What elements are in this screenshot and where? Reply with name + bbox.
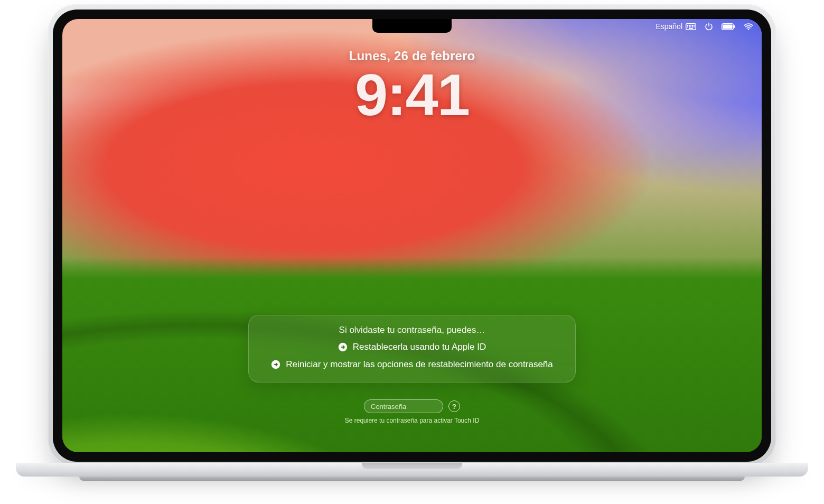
reset-with-apple-id-label: Restablecerla usando tu Apple ID — [353, 342, 486, 352]
svg-rect-3 — [690, 25, 691, 26]
password-input[interactable] — [364, 399, 443, 413]
svg-rect-7 — [689, 26, 690, 27]
laptop-deck — [16, 463, 808, 477]
svg-rect-2 — [689, 25, 690, 26]
power-menu[interactable] — [705, 22, 713, 31]
macbook-mockup: Español — [0, 0, 824, 504]
restart-show-reset-options-button[interactable]: Reiniciar y mostrar las opciones de rest… — [271, 359, 553, 370]
arrow-right-circle-icon — [338, 342, 348, 352]
battery-menu[interactable] — [722, 23, 735, 30]
input-source-label: Español — [656, 23, 682, 30]
password-row: ? — [364, 399, 460, 413]
lock-date: Lunes, 26 de febrero — [62, 49, 762, 63]
arrow-right-circle-icon — [271, 360, 280, 369]
laptop-lid: Español — [48, 4, 776, 467]
forgot-password-panel: Si olvidaste tu contraseña, puedes… Rest… — [248, 315, 576, 382]
laptop-base — [16, 463, 808, 484]
laptop-foot — [79, 477, 745, 481]
menu-bar-status: Español — [656, 22, 753, 31]
display-notch — [372, 19, 452, 33]
bezel: Español — [53, 10, 771, 462]
svg-rect-5 — [694, 25, 695, 26]
wifi-icon — [744, 23, 753, 30]
keyboard-icon — [686, 23, 696, 30]
lock-clock: Lunes, 26 de febrero 9:41 — [62, 49, 762, 125]
svg-rect-1 — [687, 25, 688, 26]
battery-icon — [722, 23, 735, 30]
svg-rect-9 — [692, 26, 693, 27]
svg-rect-6 — [687, 26, 688, 27]
lock-time: 9:41 — [62, 66, 762, 125]
svg-rect-14 — [734, 25, 735, 28]
reset-with-apple-id-button[interactable]: Restablecerla usando tu Apple ID — [338, 342, 486, 352]
wifi-menu[interactable] — [744, 23, 753, 30]
svg-rect-4 — [692, 25, 693, 26]
svg-rect-10 — [694, 26, 695, 27]
svg-point-15 — [748, 29, 749, 30]
password-hint-button[interactable]: ? — [448, 400, 460, 412]
forgot-password-title: Si olvidaste tu contraseña, puedes… — [261, 325, 563, 335]
input-source-menu[interactable]: Español — [656, 23, 696, 30]
restart-show-reset-options-label: Reiniciar y mostrar las opciones de rest… — [286, 359, 553, 370]
svg-rect-11 — [689, 28, 693, 29]
lock-screen: Español — [62, 19, 762, 452]
svg-rect-8 — [690, 26, 691, 27]
touch-id-hint: Se requiere tu contraseña para activar T… — [343, 416, 481, 425]
power-icon — [705, 22, 713, 31]
svg-rect-13 — [723, 24, 733, 29]
